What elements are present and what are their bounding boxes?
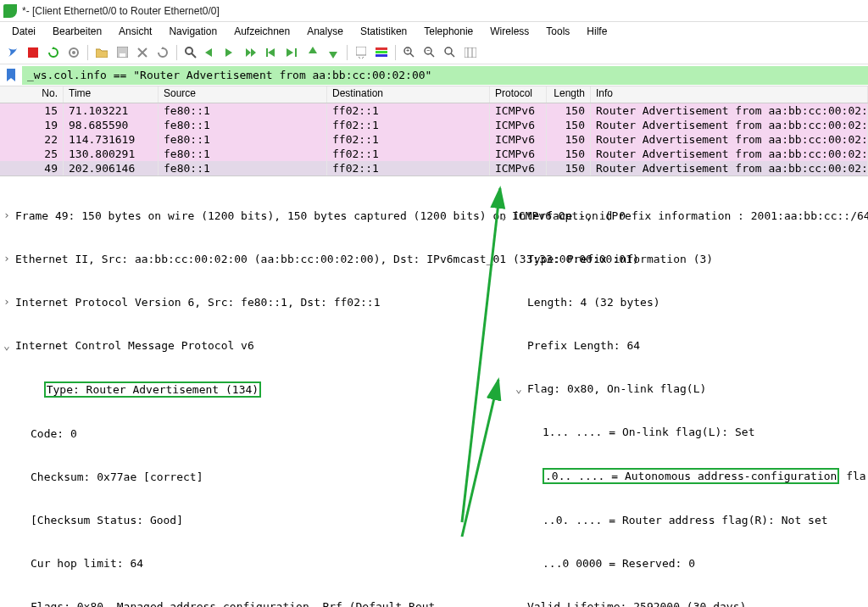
menu-datei[interactable]: Datei — [5, 24, 42, 39]
tree-ipv6[interactable]: Internet Protocol Version 6, Src: fe80::… — [3, 295, 500, 309]
col-protocol[interactable]: Protocol — [490, 86, 547, 103]
packet-row[interactable]: 1571.103221fe80::1ff02::1ICMPv6150Router… — [0, 103, 868, 118]
menu-telephonie[interactable]: Telephonie — [417, 24, 480, 39]
filter-bar — [0, 64, 868, 86]
open-file-icon[interactable] — [92, 43, 111, 62]
go-next-icon[interactable] — [222, 43, 241, 62]
field-checksum-status[interactable]: [Checksum Status: Good] — [3, 513, 500, 527]
menu-analyse[interactable]: Analyse — [300, 24, 350, 39]
svg-line-20 — [451, 53, 454, 57]
svg-point-5 — [186, 47, 192, 54]
field-code[interactable]: Code: 0 — [3, 426, 500, 441]
svg-text:+: + — [406, 47, 409, 53]
field-type[interactable]: Type: Router Advertisement (134) — [3, 381, 500, 398]
field-valid-r1[interactable]: Valid Lifetime: 2592000 (30 days) — [500, 599, 868, 607]
tree-eth[interactable]: Ethernet II, Src: aa:bb:cc:00:02:00 (aa:… — [3, 252, 500, 266]
svg-rect-7 — [266, 48, 268, 57]
tree-flags[interactable]: Flags: 0x80, Managed address configurati… — [3, 599, 500, 607]
resize-columns-icon[interactable] — [461, 43, 480, 62]
flag-auto-r1[interactable]: .0.. .... = Autonomous address-configura… — [500, 468, 868, 484]
menu-navigation[interactable]: Navigation — [162, 24, 224, 39]
menu-wireless[interactable]: Wireless — [483, 24, 536, 39]
menubar: Datei Bearbeiten Ansicht Navigation Aufz… — [0, 22, 868, 41]
zoom-in-icon[interactable]: + — [400, 43, 419, 62]
svg-rect-12 — [376, 54, 387, 57]
restart-capture-icon[interactable] — [44, 43, 63, 62]
toolbar: + − — [0, 41, 868, 64]
field-type-r1[interactable]: Type: Prefix information (3) — [500, 252, 868, 266]
stop-capture-icon[interactable] — [24, 43, 42, 62]
go-prev-icon[interactable] — [202, 43, 220, 62]
jump-icon[interactable] — [242, 43, 261, 62]
display-filter-input[interactable] — [22, 66, 868, 85]
go-down-icon[interactable] — [324, 43, 342, 62]
svg-rect-21 — [465, 47, 476, 58]
menu-bearbeiten[interactable]: Bearbeiten — [46, 24, 108, 39]
packet-row[interactable]: 22114.731619fe80::1ff02::1ICMPv6150Route… — [0, 132, 868, 147]
col-destination[interactable]: Destination — [327, 86, 490, 103]
svg-line-14 — [410, 53, 414, 57]
packet-row[interactable]: 25130.800291fe80::1ff02::1ICMPv6150Route… — [0, 147, 868, 161]
close-file-icon[interactable] — [133, 43, 152, 62]
svg-rect-4 — [120, 53, 125, 57]
svg-rect-0 — [28, 47, 38, 58]
find-icon[interactable] — [181, 43, 200, 62]
zoom-out-icon[interactable]: − — [420, 43, 439, 62]
go-last-icon[interactable] — [283, 43, 302, 62]
col-no[interactable]: No. — [0, 86, 64, 103]
go-first-icon[interactable] — [263, 43, 281, 62]
field-len-r1[interactable]: Length: 4 (32 bytes) — [500, 295, 868, 309]
wireshark-logo-icon — [3, 4, 17, 18]
colorize-icon[interactable] — [372, 43, 391, 62]
flag-onlink-r1[interactable]: 1... .... = On-link flag(L): Set — [500, 425, 868, 439]
col-time[interactable]: Time — [64, 86, 159, 103]
svg-rect-8 — [295, 48, 297, 57]
packet-details[interactable]: Frame 49: 150 bytes on wire (1200 bits),… — [0, 176, 868, 583]
packet-row[interactable]: 49202.906146fe80::1ff02::1ICMPv6150Route… — [0, 161, 868, 175]
tree-frame[interactable]: Frame 49: 150 bytes on wire (1200 bits),… — [3, 209, 500, 223]
packet-row[interactable]: 1998.685590fe80::1ff02::1ICMPv6150Router… — [0, 118, 868, 132]
menu-statistiken[interactable]: Statistiken — [353, 24, 414, 39]
menu-ansicht[interactable]: Ansicht — [112, 24, 159, 39]
svg-text:−: − — [426, 47, 430, 53]
menu-aufzeichnen[interactable]: Aufzeichnen — [227, 24, 297, 39]
col-length[interactable]: Length — [547, 86, 591, 103]
field-hop-limit[interactable]: Cur hop limit: 64 — [3, 556, 500, 571]
bookmark-icon[interactable] — [3, 67, 19, 84]
col-info[interactable]: Info — [591, 86, 868, 103]
svg-point-2 — [72, 51, 75, 54]
tree-flag-r1[interactable]: Flag: 0x80, On-link flag(L) — [500, 381, 868, 396]
menu-hilfe[interactable]: Hilfe — [580, 24, 614, 39]
window-title: *- [Client Ethernet0/0 to Router Etherne… — [22, 5, 220, 17]
menu-tools[interactable]: Tools — [539, 24, 576, 39]
autoscroll-icon[interactable] — [352, 43, 370, 62]
zoom-reset-icon[interactable] — [441, 43, 459, 62]
field-prefixlen-r1[interactable]: Prefix Length: 64 — [500, 338, 868, 353]
svg-rect-9 — [356, 47, 366, 55]
go-up-icon[interactable] — [303, 43, 322, 62]
capture-options-icon[interactable] — [64, 43, 83, 62]
tree-icmpv6[interactable]: Internet Control Message Protocol v6 — [3, 338, 500, 353]
reload-icon[interactable] — [153, 43, 172, 62]
flag-reserved-r1[interactable]: ...0 0000 = Reserved: 0 — [500, 556, 868, 571]
start-capture-icon[interactable] — [3, 43, 22, 62]
svg-line-17 — [431, 53, 434, 57]
col-source[interactable]: Source — [159, 86, 327, 103]
save-file-icon[interactable] — [113, 43, 131, 62]
packet-list[interactable]: No. Time Source Destination Protocol Len… — [0, 86, 868, 176]
flag-router-r1[interactable]: ..0. .... = Router address flag(R): Not … — [500, 513, 868, 527]
svg-line-6 — [192, 53, 196, 58]
svg-point-19 — [445, 47, 452, 54]
titlebar: *- [Client Ethernet0/0 to Router Etherne… — [0, 0, 868, 22]
tree-opt-prefix1-r[interactable]: ICMPv6 Option (Prefix information : 2001… — [500, 209, 868, 223]
svg-rect-11 — [376, 51, 387, 53]
field-checksum[interactable]: Checksum: 0x77ae [correct] — [3, 470, 500, 484]
svg-rect-10 — [376, 47, 387, 50]
packet-list-header: No. Time Source Destination Protocol Len… — [0, 86, 868, 103]
